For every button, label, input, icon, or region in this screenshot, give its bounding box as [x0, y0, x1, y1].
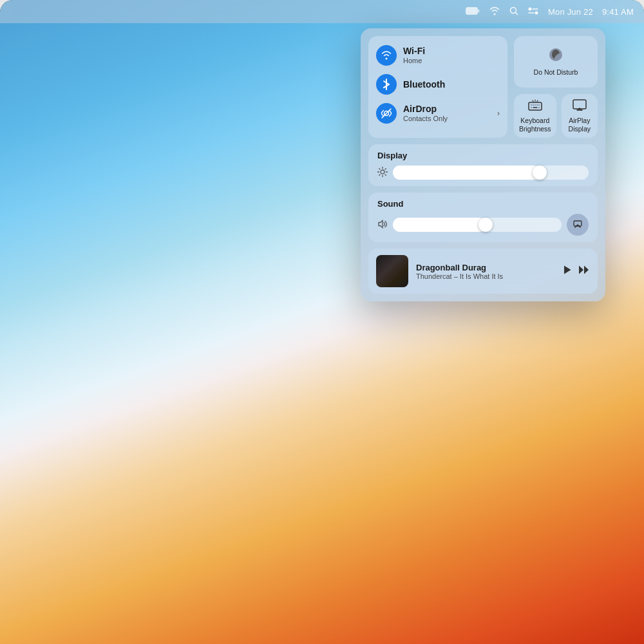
- airdrop-icon-circle: [376, 103, 397, 124]
- do-not-disturb-label: Do Not Disturb: [534, 68, 578, 77]
- svg-line-21: [533, 100, 533, 102]
- mac-frame: Mon Jun 22 9:41 AM: [0, 0, 644, 644]
- keyboard-brightness-label: Keyboard Brightness: [519, 117, 551, 133]
- menu-bar: Mon Jun 22 9:41 AM: [0, 0, 644, 23]
- svg-point-6: [535, 11, 538, 14]
- airdrop-subtitle: Contacts Only: [403, 115, 491, 123]
- bluetooth-icon-circle: [376, 74, 397, 95]
- airplay-display-tile[interactable]: AirPlay Display: [562, 94, 598, 138]
- sound-slider-row: [377, 214, 589, 236]
- display-label: Display: [377, 151, 589, 160]
- bluetooth-label: Bluetooth: [403, 79, 500, 90]
- track-artist: Thundercat – It Is What It Is: [416, 272, 555, 280]
- svg-rect-11: [529, 102, 542, 110]
- svg-line-3: [515, 12, 518, 15]
- wifi-icon-circle: [376, 45, 397, 66]
- right-tiles: Do Not Disturb: [514, 36, 598, 138]
- network-tiles: Wi-Fi Home Bluetooth: [368, 36, 507, 138]
- svg-rect-23: [573, 100, 586, 109]
- search-menubar-icon[interactable]: [509, 6, 518, 17]
- sound-slider[interactable]: [393, 218, 562, 232]
- wifi-text: Wi-Fi Home: [403, 46, 500, 65]
- airdrop-tile[interactable]: AirDrop Contacts Only ›: [376, 99, 500, 126]
- svg-line-30: [379, 168, 380, 169]
- svg-point-4: [528, 7, 531, 10]
- do-not-disturb-tile[interactable]: Do Not Disturb: [514, 36, 598, 88]
- airplay-display-icon: [573, 99, 587, 114]
- airdrop-chevron-icon: ›: [497, 109, 500, 118]
- display-section: Display: [368, 144, 598, 186]
- display-slider[interactable]: [393, 166, 589, 180]
- play-button[interactable]: [563, 265, 572, 278]
- playback-controls: [563, 265, 590, 278]
- control-center-panel: Wi-Fi Home Bluetooth: [361, 28, 605, 301]
- control-center-menubar-icon[interactable]: [527, 6, 539, 17]
- svg-line-22: [537, 100, 538, 102]
- wifi-subtitle: Home: [403, 57, 500, 65]
- airdrop-label: AirDrop: [403, 104, 491, 115]
- bluetooth-text: Bluetooth: [403, 79, 500, 90]
- bluetooth-tile[interactable]: Bluetooth: [376, 70, 500, 97]
- track-info: Dragonball Durag Thundercat – It Is What…: [416, 263, 555, 280]
- display-slider-row: [377, 166, 589, 180]
- svg-line-32: [385, 168, 386, 169]
- bottom-right-tiles: Keyboard Brightness AirPlay Display: [514, 94, 598, 138]
- sound-section: Sound: [368, 193, 598, 242]
- brightness-icon: [377, 167, 388, 179]
- keyboard-brightness-icon: [528, 99, 542, 114]
- keyboard-brightness-tile[interactable]: Keyboard Brightness: [514, 94, 556, 138]
- svg-point-25: [381, 170, 384, 174]
- airdrop-text: AirDrop Contacts Only: [403, 104, 491, 123]
- svg-point-2: [510, 7, 516, 13]
- menubar-time: 9:41 AM: [602, 7, 634, 17]
- svg-line-31: [385, 175, 386, 175]
- now-playing-section: Dragonball Durag Thundercat – It Is What…: [368, 249, 598, 294]
- top-tiles-row: Wi-Fi Home Bluetooth: [368, 36, 598, 138]
- svg-rect-0: [466, 8, 477, 15]
- album-art-image: [376, 255, 408, 287]
- sound-airplay-button[interactable]: [567, 214, 589, 236]
- do-not-disturb-icon: [548, 47, 564, 66]
- skip-forward-button[interactable]: [578, 265, 590, 278]
- wifi-menubar-icon[interactable]: [489, 6, 500, 17]
- airplay-display-label: AirPlay Display: [567, 117, 592, 133]
- wifi-label: Wi-Fi: [403, 46, 500, 57]
- wifi-tile[interactable]: Wi-Fi Home: [376, 43, 500, 68]
- volume-icon: [377, 219, 388, 231]
- svg-line-33: [379, 175, 380, 175]
- album-art: [376, 255, 408, 287]
- sound-label: Sound: [377, 199, 589, 209]
- menubar-date: Mon Jun 22: [548, 7, 593, 17]
- menu-bar-right: Mon Jun 22 9:41 AM: [466, 6, 634, 17]
- battery-icon: [466, 6, 480, 17]
- track-title: Dragonball Durag: [416, 263, 555, 272]
- svg-rect-1: [478, 10, 480, 13]
